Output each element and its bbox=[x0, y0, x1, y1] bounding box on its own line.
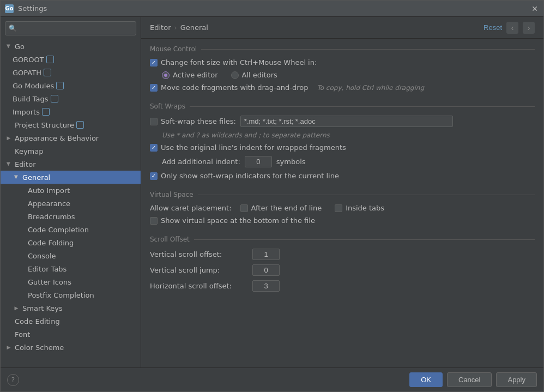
sidebar-label-editor: Editor bbox=[15, 160, 35, 168]
sidebar-item-appearance-behavior[interactable]: ▶ Appearance & Behavior bbox=[1, 131, 141, 144]
sidebar-label-goroot: GOROOT bbox=[13, 56, 44, 64]
change-font-checkbox-label[interactable]: Change font size with Ctrl+Mouse Wheel i… bbox=[150, 58, 317, 67]
soft-wraps-title: Soft Wraps bbox=[150, 102, 535, 110]
sidebar-item-general[interactable]: ▶ General bbox=[1, 171, 141, 184]
window-title: Settings bbox=[18, 4, 47, 13]
sidebar-item-gutter-icons[interactable]: Gutter Icons bbox=[1, 275, 141, 288]
sidebar-item-build-tags[interactable]: Build Tags bbox=[1, 92, 141, 105]
sidebar-item-console[interactable]: Console bbox=[1, 249, 141, 262]
sidebar-label-build-tags: Build Tags bbox=[13, 95, 49, 103]
sidebar-label-appearance: Appearance bbox=[28, 200, 70, 208]
inside-tabs-checkbox[interactable] bbox=[335, 204, 342, 212]
sidebar-item-code-completion[interactable]: Code Completion bbox=[1, 223, 141, 236]
sidebar-item-auto-import[interactable]: Auto Import bbox=[1, 184, 141, 197]
all-editors-radio[interactable] bbox=[231, 71, 239, 79]
move-code-checkbox[interactable] bbox=[150, 84, 158, 92]
sidebar-label-editor-tabs: Editor Tabs bbox=[28, 265, 67, 273]
horizontal-offset-label: Horizontal scroll offset: bbox=[150, 282, 248, 290]
sidebar-label-smart-keys: Smart Keys bbox=[22, 304, 63, 312]
horizontal-offset-row: Horizontal scroll offset: bbox=[150, 280, 535, 292]
apply-button[interactable]: Apply bbox=[496, 372, 537, 387]
sidebar-label-code-editing: Code Editing bbox=[15, 317, 60, 325]
search-icon: 🔍 bbox=[9, 25, 17, 32]
sidebar-label-imports: Imports bbox=[13, 108, 40, 116]
scroll-offset-section: Scroll Offset Vertical scroll offset: Ve… bbox=[150, 236, 535, 292]
sidebar-item-go-modules[interactable]: Go Modules bbox=[1, 79, 141, 92]
virtual-space-section: Virtual Space Allow caret placement: Aft… bbox=[150, 191, 535, 225]
sidebar-item-editor-tabs[interactable]: Editor Tabs bbox=[1, 262, 141, 275]
virtual-space-title: Virtual Space bbox=[150, 191, 535, 198]
sidebar-item-appearance[interactable]: Appearance bbox=[1, 197, 141, 210]
panel-header: Editor › General Reset ‹ › bbox=[141, 17, 543, 39]
change-font-row: Change font size with Ctrl+Mouse Wheel i… bbox=[150, 58, 535, 67]
soft-wrap-files-checkbox[interactable] bbox=[150, 118, 158, 125]
sidebar-item-editor[interactable]: ▶ Editor bbox=[1, 158, 141, 171]
soft-wrap-files-row: Soft-wrap these files: bbox=[150, 116, 535, 127]
move-code-checkbox-label[interactable]: Move code fragments with drag-and-drop bbox=[150, 83, 308, 92]
show-virtual-checkbox[interactable] bbox=[150, 217, 158, 225]
back-button[interactable]: ‹ bbox=[506, 22, 518, 34]
after-end-label: After the end of line bbox=[251, 204, 322, 212]
vertical-offset-row: Vertical scroll offset: bbox=[150, 249, 535, 260]
vertical-offset-input[interactable] bbox=[252, 249, 280, 260]
forward-button[interactable]: › bbox=[523, 22, 535, 34]
sidebar-label-code-folding: Code Folding bbox=[28, 239, 74, 247]
titlebar-left: Go Settings bbox=[5, 4, 47, 13]
search-input[interactable] bbox=[19, 25, 132, 33]
soft-wrap-hint: Use * and ? as wildcards and ; to separa… bbox=[162, 131, 330, 139]
box-icon-build-tags bbox=[51, 95, 58, 102]
move-code-row: Move code fragments with drag-and-drop T… bbox=[150, 83, 535, 92]
sidebar-label-go: Go bbox=[15, 43, 25, 51]
sidebar-item-gopath[interactable]: GOPATH bbox=[1, 66, 141, 79]
sidebar-item-breadcrumbs[interactable]: Breadcrumbs bbox=[1, 210, 141, 223]
after-end-checkbox-label[interactable]: After the end of line bbox=[240, 204, 322, 212]
sidebar-label-postfix-completion: Postfix Completion bbox=[28, 291, 94, 299]
vertical-jump-input[interactable] bbox=[252, 264, 280, 276]
horizontal-offset-input[interactable] bbox=[252, 280, 280, 292]
allow-caret-label: Allow caret placement: bbox=[150, 204, 232, 212]
app-icon: Go bbox=[5, 4, 14, 13]
ok-button[interactable]: OK bbox=[409, 372, 443, 387]
inside-tabs-checkbox-label[interactable]: Inside tabs bbox=[335, 204, 384, 212]
reset-button[interactable]: Reset bbox=[483, 23, 502, 32]
sidebar-item-postfix-completion[interactable]: Postfix Completion bbox=[1, 288, 141, 301]
sidebar-label-gopath: GOPATH bbox=[13, 69, 41, 77]
settings-window: Go Settings ✕ 🔍 ▶ Go GOROOT bbox=[0, 0, 544, 392]
active-editor-radio[interactable] bbox=[162, 71, 170, 79]
cancel-button[interactable]: Cancel bbox=[447, 372, 492, 387]
sidebar-item-go[interactable]: ▶ Go bbox=[1, 40, 141, 53]
change-font-checkbox[interactable] bbox=[150, 59, 158, 67]
sidebar-item-keymap[interactable]: Keymap bbox=[1, 144, 141, 158]
soft-wrap-files-checkbox-label[interactable]: Soft-wrap these files: bbox=[150, 117, 236, 125]
add-indent-input[interactable] bbox=[245, 156, 272, 167]
soft-wrap-files-input[interactable] bbox=[240, 116, 453, 127]
titlebar: Go Settings ✕ bbox=[1, 1, 543, 17]
sidebar-item-goroot[interactable]: GOROOT bbox=[1, 53, 141, 66]
sidebar-label-keymap: Keymap bbox=[15, 147, 43, 155]
box-icon-imports bbox=[42, 108, 50, 116]
close-button[interactable]: ✕ bbox=[530, 4, 539, 13]
only-show-indicators-row: Only show soft-wrap indicators for the c… bbox=[150, 172, 535, 180]
use-original-indent-checkbox[interactable] bbox=[150, 144, 158, 152]
soft-wrap-hint-row: Use * and ? as wildcards and ; to separa… bbox=[150, 131, 535, 139]
sidebar-item-code-folding[interactable]: Code Folding bbox=[1, 236, 141, 249]
sidebar-item-font[interactable]: Font bbox=[1, 328, 141, 341]
sidebar-item-smart-keys[interactable]: ▶ Smart Keys bbox=[1, 301, 141, 315]
vertical-offset-label: Vertical scroll offset: bbox=[150, 250, 248, 258]
sidebar-item-project-structure[interactable]: Project Structure bbox=[1, 118, 141, 131]
all-editors-radio-label[interactable]: All editors bbox=[231, 71, 277, 79]
only-show-indicators-checkbox-label[interactable]: Only show soft-wrap indicators for the c… bbox=[150, 172, 339, 180]
box-icon-go-modules bbox=[56, 82, 64, 89]
add-indent-row: Add additional indent: symbols bbox=[150, 156, 535, 167]
use-original-indent-checkbox-label[interactable]: Use the original line's indent for wrapp… bbox=[150, 143, 346, 152]
show-virtual-checkbox-label[interactable]: Show virtual space at the bottom of the … bbox=[150, 216, 315, 225]
help-button[interactable]: ? bbox=[7, 374, 19, 386]
sidebar-item-code-editing[interactable]: Code Editing bbox=[1, 315, 141, 328]
active-editor-radio-label[interactable]: Active editor bbox=[162, 71, 218, 79]
only-show-indicators-checkbox[interactable] bbox=[150, 172, 158, 180]
sidebar-item-imports[interactable]: Imports bbox=[1, 105, 141, 118]
sidebar-item-color-scheme[interactable]: ▶ Color Scheme bbox=[1, 341, 141, 354]
after-end-checkbox[interactable] bbox=[240, 204, 248, 212]
expand-arrow-color-scheme: ▶ bbox=[5, 343, 13, 351]
search-box[interactable]: 🔍 bbox=[5, 21, 136, 35]
